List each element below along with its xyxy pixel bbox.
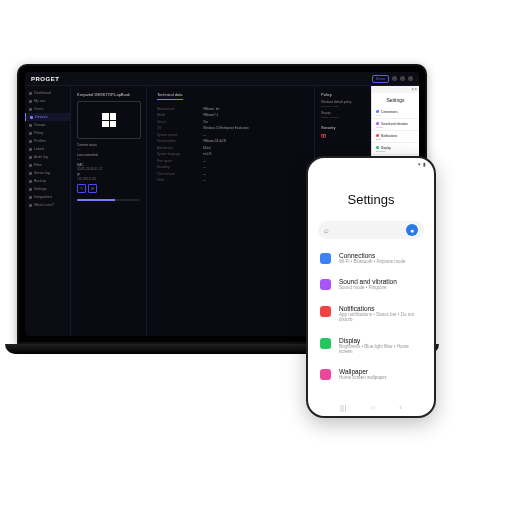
- sidebar-item-labels[interactable]: Labels: [25, 145, 70, 153]
- sidebar-item-server-log[interactable]: Server log: [25, 169, 70, 177]
- user-icon[interactable]: [400, 76, 405, 81]
- sidebar-item-groups[interactable]: Groups: [25, 121, 70, 129]
- category-icon: [320, 253, 331, 264]
- tech-row: ModelVMware7,1: [157, 113, 304, 117]
- category-icon: [376, 122, 379, 125]
- tablet-item[interactable]: ConnectionsWi-Fi: [372, 107, 419, 119]
- category-icon: [376, 146, 379, 149]
- nav-icon: [29, 124, 32, 127]
- policy-item[interactable]: Windows default policy: [321, 100, 365, 104]
- nav-icon: [29, 100, 32, 103]
- wifi-icon: ▾: [418, 161, 421, 167]
- storage-bar: [77, 199, 140, 201]
- nav-recent[interactable]: |||: [340, 403, 346, 412]
- nav-icon: [29, 140, 32, 143]
- topbar-right: Demo: [372, 75, 413, 83]
- sidebar-item-policy[interactable]: Policy: [25, 129, 70, 137]
- category-icon: [376, 110, 379, 113]
- nav-icon: [30, 116, 33, 119]
- sidebar: DashboardMy cartUsersDevicesGroupsPolicy…: [25, 86, 71, 336]
- tablet-item[interactable]: DisplayBrightness: [372, 143, 419, 155]
- meta-row: IP192.168.8.126: [77, 173, 140, 181]
- phone-search[interactable]: ⌕ ●: [318, 221, 424, 239]
- nav-icon: [29, 164, 32, 167]
- sidebar-item-dashboard[interactable]: Dashboard: [25, 89, 70, 97]
- category-icon: [320, 279, 331, 290]
- app-topbar: PROGET Demo: [25, 72, 419, 86]
- nav-icon: [29, 148, 32, 151]
- security-title: Security: [321, 125, 365, 130]
- device-title: Krzysztof DESKTOP.LapBook: [77, 92, 140, 97]
- sidebar-item-files[interactable]: Files: [25, 161, 70, 169]
- category-icon: [376, 134, 379, 137]
- category-icon: [320, 306, 331, 317]
- meta-row: Connect status—: [77, 143, 140, 151]
- phone-frame: ▾▮ Settings ⌕ ● ConnectionsWi-Fi • Bluet…: [306, 156, 436, 418]
- meta-row: Last connected—: [77, 153, 140, 161]
- sidebar-item-my-cart[interactable]: My cart: [25, 97, 70, 105]
- tech-row: Serial numberVMware-56 4d 3f: [157, 139, 304, 143]
- settings-item[interactable]: ConnectionsWi-Fi • Bluetooth • Airplane …: [308, 245, 434, 271]
- demo-chip[interactable]: Demo: [372, 75, 389, 83]
- sidebar-item-backup[interactable]: Backup: [25, 177, 70, 185]
- tech-row: System languageen-US: [157, 152, 304, 156]
- windows-icon: [102, 113, 116, 127]
- tech-row: Architecture64-bit: [157, 146, 304, 150]
- sidebar-item-profiles[interactable]: Profiles: [25, 137, 70, 145]
- brand-logo: PROGET: [31, 76, 59, 82]
- tablet-item[interactable]: Sound and vibrationVolume: [372, 119, 419, 131]
- bell-icon[interactable]: [392, 76, 397, 81]
- tech-row: OSWindows 10 Enterprise Evaluation: [157, 126, 304, 130]
- tablet-statusbar: ▮ ▮: [372, 86, 419, 93]
- sidebar-item-users[interactable]: Users: [25, 105, 70, 113]
- nav-back[interactable]: ‹: [399, 403, 402, 412]
- device-thumbnail: [77, 101, 141, 139]
- settings-item[interactable]: NotificationsApp notifications • Status …: [308, 298, 434, 330]
- search-icon: ⌕: [324, 226, 329, 235]
- nav-icon: [29, 180, 32, 183]
- category-icon: [320, 369, 331, 380]
- nav-home[interactable]: ○: [370, 403, 375, 412]
- device-card: Krzysztof DESKTOP.LapBook Connect status…: [71, 86, 147, 336]
- sidebar-item-integrations[interactable]: Integrations: [25, 193, 70, 201]
- device-actions: ✎ ⟳: [77, 184, 140, 193]
- settings-item[interactable]: DisplayBrightness • Blue light filter • …: [308, 330, 434, 362]
- tech-row: VirtualYes: [157, 120, 304, 124]
- technical-title: Technical data: [157, 92, 183, 100]
- nav-icon: [29, 196, 32, 199]
- phone-statusbar: ▾▮: [308, 158, 434, 170]
- nav-icon: [29, 156, 32, 159]
- nav-icon: [29, 204, 32, 207]
- battery-icon: ▮: [423, 161, 426, 167]
- policy-item[interactable]: Groups: [321, 111, 365, 115]
- tech-row: Encoding—: [157, 165, 304, 169]
- tablet-item[interactable]: NotificationsBlock: [372, 131, 419, 143]
- nav-icon: [29, 188, 32, 191]
- category-icon: [320, 338, 331, 349]
- settings-item[interactable]: Sound and vibrationSound mode • Ringtone: [308, 271, 434, 297]
- settings-item[interactable]: WallpaperHome screen wallpaper: [308, 361, 434, 387]
- tech-row: Free space—: [157, 159, 304, 163]
- tech-row: ManufacturerVMware, Inc: [157, 107, 304, 111]
- shield-icon: ⛨: [321, 133, 365, 139]
- menu-icon[interactable]: [408, 76, 413, 81]
- avatar[interactable]: ●: [406, 224, 418, 236]
- phone-title: Settings: [308, 192, 434, 207]
- sidebar-item-audit-log[interactable]: Audit log: [25, 153, 70, 161]
- policy-title: Policy: [321, 92, 365, 97]
- nav-icon: [29, 132, 32, 135]
- meta-row: MAC00-0C-29-56-67-17: [77, 163, 140, 171]
- technical-panel: Technical data ManufacturerVMware, IncMo…: [147, 86, 315, 336]
- nav-icon: [29, 92, 32, 95]
- sidebar-item-what-s-new-[interactable]: What's new?: [25, 201, 70, 209]
- tablet-title: Settings: [372, 97, 419, 103]
- tech-row: System version—: [157, 133, 304, 137]
- sidebar-item-settings[interactable]: Settings: [25, 185, 70, 193]
- phone-navbar: ||| ○ ‹: [308, 403, 434, 412]
- edit-button[interactable]: ✎: [77, 184, 86, 193]
- sidebar-item-devices[interactable]: Devices: [25, 113, 70, 121]
- tech-row: Other—: [157, 178, 304, 182]
- nav-icon: [29, 172, 32, 175]
- tech-row: Client version—: [157, 172, 304, 176]
- sync-button[interactable]: ⟳: [88, 184, 97, 193]
